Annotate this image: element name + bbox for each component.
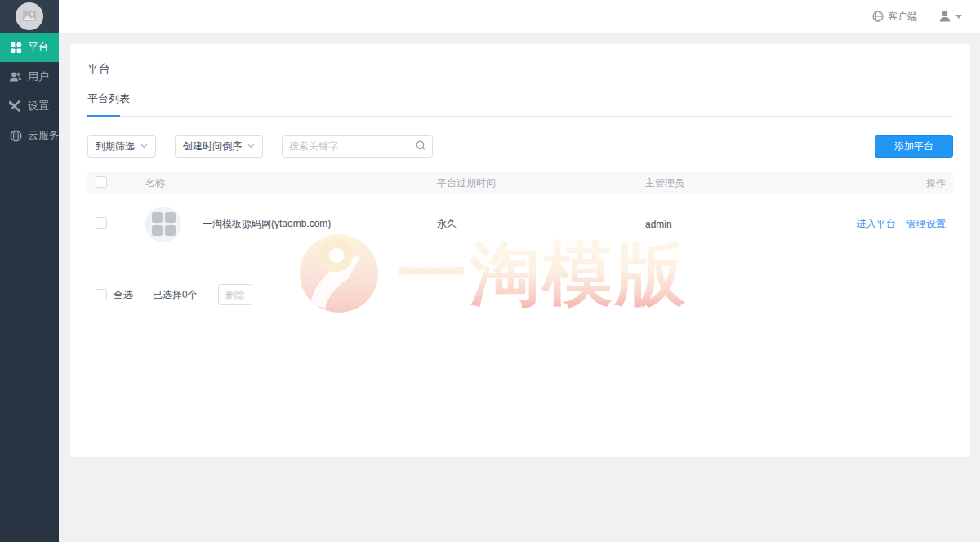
client-menu-button[interactable]: 客户端 bbox=[872, 10, 917, 24]
image-placeholder-icon bbox=[20, 7, 38, 25]
sidebar-item-settings[interactable]: 设置 bbox=[0, 91, 59, 121]
selection-footer: 全选 已选择0个 删除 bbox=[87, 284, 953, 305]
user-menu-button[interactable] bbox=[938, 10, 962, 23]
grid-icon bbox=[9, 41, 22, 54]
expiry-filter-select[interactable]: 到期筛选 bbox=[87, 135, 156, 158]
table-row: 一淘模板源码网(ytaomb.com) 永久 admin 进入平台 管理设置 bbox=[87, 193, 953, 255]
platform-expiry: 永久 bbox=[429, 217, 637, 231]
client-label: 客户端 bbox=[888, 10, 917, 24]
platform-table: 名称 平台过期时间 主管理员 操作 一淘模板源码网(ytaomb.com) 永久… bbox=[87, 172, 953, 255]
content-card: 平台 平台列表 到期筛选 创建时间倒序 添加平台 名称 bbox=[70, 44, 970, 457]
toolbar: 到期筛选 创建时间倒序 添加平台 bbox=[87, 135, 953, 158]
platform-admin: admin bbox=[637, 219, 845, 230]
table-header-row: 名称 平台过期时间 主管理员 操作 bbox=[87, 172, 953, 193]
column-header-expiry: 平台过期时间 bbox=[429, 176, 637, 190]
selected-count: 已选择0个 bbox=[153, 288, 198, 302]
tools-icon bbox=[9, 100, 22, 113]
sidebar-item-label: 用户 bbox=[28, 69, 49, 84]
user-icon bbox=[938, 10, 951, 23]
globe-icon bbox=[9, 129, 22, 142]
search-icon[interactable] bbox=[416, 140, 426, 151]
column-header-actions: 操作 bbox=[845, 176, 953, 190]
chevron-down-icon bbox=[247, 144, 255, 149]
column-header-name: 名称 bbox=[137, 176, 429, 190]
delete-button[interactable]: 删除 bbox=[218, 284, 252, 305]
sidebar-avatar-area bbox=[0, 0, 59, 33]
sidebar-item-label: 设置 bbox=[28, 99, 49, 113]
platform-avatar bbox=[145, 207, 181, 242]
chevron-down-icon bbox=[140, 144, 148, 149]
sidebar-item-users[interactable]: 用户 bbox=[0, 62, 59, 91]
avatar[interactable] bbox=[16, 2, 43, 30]
enter-platform-link[interactable]: 进入平台 bbox=[857, 218, 896, 229]
sidebar-item-platform[interactable]: 平台 bbox=[0, 33, 59, 62]
sort-order-label: 创建时间倒序 bbox=[183, 140, 242, 153]
page-title: 平台 bbox=[87, 62, 953, 77]
platform-name: 一淘模板源码网(ytaomb.com) bbox=[203, 217, 331, 231]
add-platform-button[interactable]: 添加平台 bbox=[875, 135, 953, 158]
header-checkbox[interactable] bbox=[96, 176, 107, 188]
expiry-filter-label: 到期筛选 bbox=[96, 140, 135, 153]
row-checkbox[interactable] bbox=[96, 217, 107, 229]
tab-bar: 平台列表 bbox=[87, 91, 953, 117]
sidebar-item-label: 云服务 bbox=[28, 128, 60, 143]
sidebar-item-cloud[interactable]: 云服务 bbox=[0, 121, 59, 150]
globe-icon bbox=[872, 11, 884, 22]
select-all-checkbox[interactable] bbox=[96, 289, 107, 300]
column-header-admin: 主管理员 bbox=[637, 176, 845, 190]
active-tab-underline bbox=[87, 115, 120, 117]
sidebar-item-label: 平台 bbox=[28, 40, 49, 55]
manage-settings-link[interactable]: 管理设置 bbox=[906, 218, 946, 229]
search-input[interactable] bbox=[282, 135, 433, 158]
tab-platform-list[interactable]: 平台列表 bbox=[87, 91, 130, 116]
select-all-label: 全选 bbox=[114, 288, 133, 302]
topbar: 客户端 bbox=[59, 0, 980, 33]
sidebar: 平台 用户 设置 云服务 bbox=[0, 0, 59, 542]
sort-order-select[interactable]: 创建时间倒序 bbox=[175, 135, 263, 158]
chevron-down-icon bbox=[956, 15, 962, 19]
search-box bbox=[282, 135, 433, 158]
users-icon bbox=[9, 70, 22, 83]
